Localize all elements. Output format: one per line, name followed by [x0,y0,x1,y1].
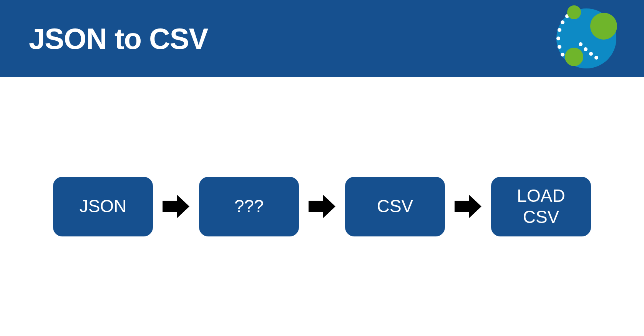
svg-point-13 [590,13,617,40]
svg-point-11 [594,56,598,60]
svg-marker-16 [309,195,335,218]
svg-marker-15 [163,195,189,218]
svg-point-9 [584,47,588,51]
svg-marker-17 [455,195,481,218]
slide-title: JSON to CSV [29,22,208,55]
svg-point-12 [567,5,581,19]
svg-point-10 [589,52,593,56]
box-label: CSV [377,196,413,217]
box-json: JSON [53,177,153,236]
box-label: LOAD CSV [499,185,583,228]
arrow-icon [163,195,189,218]
svg-point-6 [561,53,564,57]
svg-point-2 [561,20,564,24]
svg-point-3 [558,28,561,32]
box-label: ??? [234,196,264,217]
arrow-icon [455,195,481,218]
neo4j-logo-icon [544,4,621,73]
svg-point-4 [556,37,560,40]
arrow-icon [309,195,335,218]
box-load-csv: LOAD CSV [491,177,591,236]
svg-point-5 [558,45,561,49]
slide-header: JSON to CSV [0,0,644,77]
box-label: JSON [80,196,127,217]
diagram-container: JSON ??? CSV LOAD CSV [0,77,644,336]
svg-point-14 [565,48,583,66]
box-csv: CSV [345,177,445,236]
box-unknown: ??? [199,177,299,236]
svg-point-8 [579,42,583,46]
